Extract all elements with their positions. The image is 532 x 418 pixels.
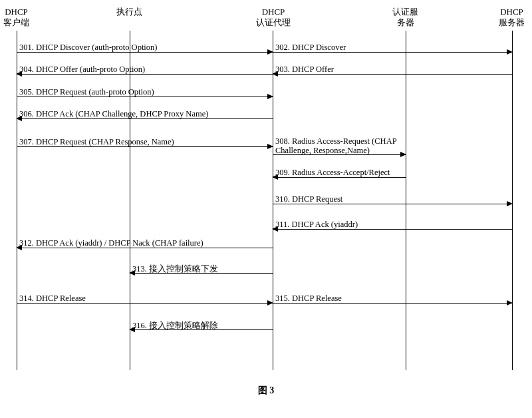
msg-305: 305. DHCP Request (auth-proto Option) bbox=[17, 97, 273, 107]
msg-312: 312. DHCP Ack (yiaddr) / DHCP Nack (CHAP… bbox=[17, 248, 273, 258]
msg-302-label: 302. DHCP Discover bbox=[275, 43, 346, 53]
msg-310: 310. DHCP Request bbox=[273, 204, 512, 214]
msg-302: 302. DHCP Discover bbox=[273, 52, 512, 63]
msg-316: 316. 接入控制策略解除 bbox=[130, 329, 273, 340]
msg-311: 311. DHCP Ack (yiaddr) bbox=[273, 229, 512, 240]
msg-304: 304. DHCP Offer (auth-proto Option) bbox=[17, 74, 273, 85]
msg-306: 306. DHCP Ack (CHAP Challenge, DHCP Prox… bbox=[17, 118, 273, 129]
actor-exec-point: 执行点 bbox=[116, 7, 142, 17]
msg-312-label: 312. DHCP Ack (yiaddr) / DHCP Nack (CHAP… bbox=[19, 238, 203, 248]
msg-314: 314. DHCP Release bbox=[17, 303, 273, 314]
msg-315: 315. DHCP Release bbox=[273, 303, 512, 314]
msg-307: 307. DHCP Request (CHAP Response, Name) bbox=[17, 146, 273, 157]
sequence-diagram: DHCP 客户端 执行点 DHCP 认证代理 认证服 务器 DHCP 服务器 3… bbox=[7, 7, 525, 379]
figure-caption: 图 3 bbox=[7, 385, 525, 397]
msg-315-label: 315. DHCP Release bbox=[275, 294, 342, 304]
msg-311-label: 311. DHCP Ack (yiaddr) bbox=[275, 220, 358, 230]
msg-309: 309. Radius Access-Accept/Reject bbox=[273, 177, 406, 188]
msg-309-label: 309. Radius Access-Accept/Reject bbox=[275, 168, 390, 178]
msg-313: 313. 接入控制策略下发 bbox=[130, 273, 273, 284]
actor-dhcp-server: DHCP 服务器 bbox=[499, 7, 525, 27]
actor-auth-server: 认证服 务器 bbox=[392, 7, 418, 27]
msg-306-label: 306. DHCP Ack (CHAP Challenge, DHCP Prox… bbox=[19, 109, 208, 119]
msg-307-label: 307. DHCP Request (CHAP Response, Name) bbox=[19, 137, 174, 147]
msg-303: 303. DHCP Offer bbox=[273, 74, 512, 85]
actor-dhcp-auth-proxy: DHCP 认证代理 bbox=[256, 7, 291, 27]
actor-dhcp-client: DHCP 客户端 bbox=[3, 7, 29, 27]
msg-303-label: 303. DHCP Offer bbox=[275, 65, 334, 75]
msg-308: 308. Radius Access-Request (CHAP Challen… bbox=[273, 154, 406, 165]
msg-314-label: 314. DHCP Release bbox=[19, 294, 86, 304]
msg-301: 301. DHCP Discover (auth-proto Option) bbox=[17, 52, 273, 63]
lifeline-server bbox=[512, 31, 513, 370]
msg-305-label: 305. DHCP Request (auth-proto Option) bbox=[19, 87, 154, 97]
msg-310-label: 310. DHCP Request bbox=[275, 194, 342, 204]
msg-304-label: 304. DHCP Offer (auth-proto Option) bbox=[19, 65, 145, 75]
msg-301-label: 301. DHCP Discover (auth-proto Option) bbox=[19, 43, 158, 53]
